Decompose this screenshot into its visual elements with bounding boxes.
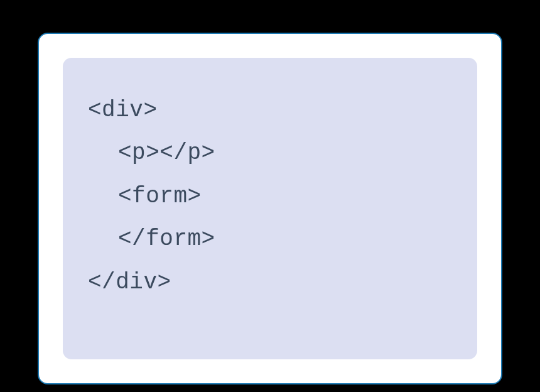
code-line-1: <div> xyxy=(88,89,452,132)
code-line-3: <form> xyxy=(88,175,452,218)
code-line-2: <p></p> xyxy=(88,132,452,175)
code-card: <div> <p></p> <form> </form> </div> xyxy=(38,33,502,384)
code-line-5: </div> xyxy=(88,261,452,304)
code-line-4: </form> xyxy=(88,218,452,261)
code-block: <div> <p></p> <form> </form> </div> xyxy=(63,58,477,359)
